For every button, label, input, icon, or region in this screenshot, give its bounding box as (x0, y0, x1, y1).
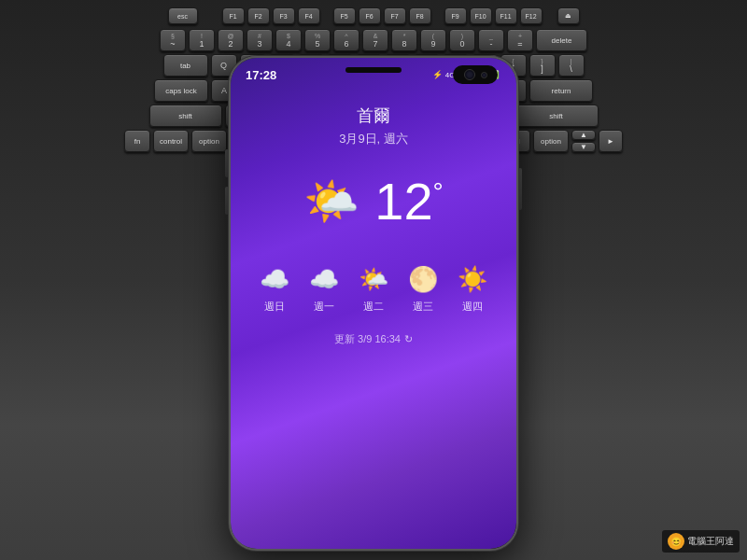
key-f10[interactable]: F10 (470, 7, 492, 24)
forecast-row: ☁️ 週日 ☁️ 週一 🌤️ 週二 🌕 週三 (231, 265, 516, 314)
forecast-icon-1: ☁️ (309, 265, 339, 294)
key-f4[interactable]: F4 (298, 7, 320, 24)
key-equals[interactable]: += (507, 29, 533, 51)
key-arrow-right[interactable]: ► (599, 130, 623, 152)
key-1[interactable]: !1 (189, 29, 215, 51)
key-arrow-down[interactable]: ▼ (571, 142, 596, 152)
key-f7[interactable]: F7 (384, 7, 406, 24)
key-f8[interactable]: F8 (409, 7, 431, 24)
forecast-icon-3: 🌕 (408, 265, 438, 294)
key-2[interactable]: @2 (218, 29, 244, 51)
key-power[interactable]: ⏏ (557, 7, 580, 24)
key-minus[interactable]: _- (478, 29, 504, 51)
forecast-day-4: ☀️ 週四 (458, 265, 487, 314)
temp-value: 12 (374, 172, 432, 231)
phone-screen: 17:28 ⚡ 4G ▪▪▪ 92% 🔋 首爾 3月9日, 週六 🌤️ 12° (231, 58, 516, 549)
key-f6[interactable]: F6 (359, 7, 381, 24)
refresh-icon: ↻ (404, 333, 413, 345)
status-time: 17:28 (246, 68, 276, 82)
key-option-left[interactable]: option (191, 130, 227, 152)
key-5[interactable]: %5 (304, 29, 331, 51)
key-f12[interactable]: F12 (520, 7, 543, 24)
forecast-label-0: 週日 (264, 300, 285, 314)
key-7[interactable]: &7 (362, 29, 388, 51)
key-f3[interactable]: F3 (273, 7, 295, 24)
forecast-day-1: ☁️ 週一 (309, 265, 339, 314)
forecast-day-3: 🌕 週三 (408, 265, 438, 314)
key-f1[interactable]: F1 (222, 7, 245, 24)
update-time: 更新 3/9 16:34 ↻ (334, 332, 413, 346)
key-6[interactable]: ^6 (333, 29, 359, 51)
key-tab[interactable]: tab (163, 54, 208, 77)
key-8[interactable]: *8 (391, 29, 417, 51)
key-shift-right[interactable]: shift (514, 105, 599, 127)
key-option-right[interactable]: option (533, 130, 569, 152)
forecast-label-1: 週一 (314, 300, 334, 314)
forecast-day-0: ☁️ 週日 (260, 265, 289, 314)
key-caps[interactable]: caps lock (154, 79, 208, 102)
key-f5[interactable]: F5 (333, 7, 356, 24)
forecast-icon-4: ☀️ (458, 265, 487, 294)
phone: 17:28 ⚡ 4G ▪▪▪ 92% 🔋 首爾 3月9日, 週六 🌤️ 12° (229, 56, 518, 551)
phone-body: 17:28 ⚡ 4G ▪▪▪ 92% 🔋 首爾 3月9日, 週六 🌤️ 12° (229, 56, 518, 551)
date-text: 3月9日, 週六 (339, 131, 408, 147)
weather-icon-main: 🌤️ (303, 175, 359, 228)
key-4[interactable]: $4 (275, 29, 302, 51)
key-f9[interactable]: F9 (444, 7, 467, 24)
watermark-avatar: 😊 (668, 533, 684, 550)
camera-lens-secondary (481, 72, 487, 78)
key-0[interactable]: )0 (449, 29, 475, 51)
key-esc[interactable]: esc (168, 7, 198, 24)
key-ctrl[interactable]: control (153, 130, 189, 152)
camera-module (453, 65, 498, 84)
update-label: 更新 3/9 16:34 (334, 332, 401, 346)
city-name: 首爾 (357, 105, 390, 127)
key-9[interactable]: (9 (420, 29, 446, 51)
forecast-icon-2: 🌤️ (359, 265, 388, 294)
power-button[interactable] (518, 168, 522, 210)
key-return[interactable]: return (529, 79, 593, 102)
speaker-grill (345, 67, 402, 73)
forecast-label-4: 週四 (462, 300, 483, 314)
key-3[interactable]: #3 (247, 29, 273, 51)
temperature-display: 12° (374, 175, 444, 228)
key-backtick[interactable]: §~ (160, 29, 186, 51)
temperature-row: 🌤️ 12° (303, 175, 444, 228)
forecast-label-2: 週二 (363, 300, 384, 314)
key-bracket-right[interactable]: }] (529, 54, 556, 77)
key-delete[interactable]: delete (536, 29, 587, 51)
camera-lens-main (464, 69, 475, 80)
watermark-text: 電腦王阿達 (687, 535, 734, 548)
forecast-icon-0: ☁️ (260, 265, 289, 294)
key-fn[interactable]: fn (124, 130, 150, 152)
forecast-day-2: 🌤️ 週二 (359, 265, 388, 314)
weather-widget: 首爾 3月9日, 週六 🌤️ 12° ☁️ 週日 ☁️ (231, 105, 516, 346)
key-shift-left[interactable]: shift (149, 105, 222, 127)
degree-symbol: ° (433, 177, 444, 206)
key-arrow-up[interactable]: ▲ (571, 130, 596, 140)
forecast-label-3: 週三 (413, 300, 433, 314)
charging-icon: ⚡ (432, 70, 443, 79)
watermark: 😊 電腦王阿達 (662, 530, 740, 553)
key-f11[interactable]: F11 (495, 7, 517, 24)
key-f2[interactable]: F2 (247, 7, 270, 24)
key-backslash[interactable]: |\ (558, 54, 585, 77)
